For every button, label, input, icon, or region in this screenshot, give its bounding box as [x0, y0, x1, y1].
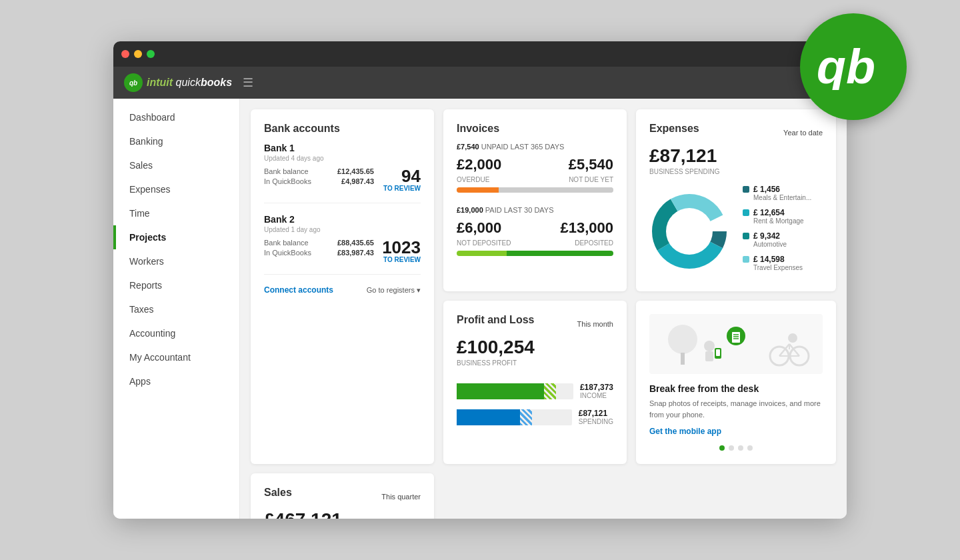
- tips-dot-4[interactable]: [747, 445, 753, 451]
- sidebar-item-time[interactable]: Time: [113, 201, 239, 225]
- pnl-header: Profit and Loss This month: [457, 314, 613, 334]
- tips-cta-link[interactable]: Get the mobile app: [649, 427, 823, 436]
- legend-name-3: Automotive: [753, 241, 787, 248]
- connect-accounts-link[interactable]: Connect accounts: [264, 285, 333, 295]
- pnl-income-values: £187,373 INCOME: [580, 383, 613, 399]
- pnl-income-amount: £187,373: [580, 383, 613, 392]
- notdue-amount: £5,540: [569, 156, 613, 173]
- invoices-title: Invoices: [457, 123, 613, 135]
- bank1-review-label[interactable]: TO REVIEW: [374, 185, 421, 192]
- pnl-sublabel: BUSINESS PROFIT: [457, 359, 613, 367]
- bank1-balance: £12,435.65: [337, 167, 374, 175]
- svg-point-23: [704, 341, 715, 351]
- tips-dot-1[interactable]: [719, 445, 725, 451]
- legend-name-1: Meals & Entertain...: [753, 194, 811, 201]
- bank2-bal-row2: In QuickBooks £83,987.43: [264, 249, 374, 257]
- sidebar-item-projects[interactable]: Projects: [113, 225, 239, 249]
- svg-point-38: [788, 333, 797, 343]
- pnl-income-bar: [457, 383, 544, 399]
- pnl-income-label: INCOME: [580, 392, 613, 399]
- sidebar-item-workers[interactable]: Workers: [113, 249, 239, 273]
- legend-item-2: £ 12,654 Rent & Mortgage: [743, 208, 823, 225]
- pnl-spending-bar: [457, 409, 520, 425]
- close-button[interactable]: [121, 50, 129, 58]
- paid-bar: [457, 251, 613, 256]
- deposited-amount: £13,000: [560, 219, 613, 237]
- bank1-bal-left: Bank balance £12,435.65 In QuickBooks £4…: [264, 167, 374, 187]
- sales-period[interactable]: This quarter: [381, 493, 421, 501]
- main-layout: Dashboard Banking Sales Expenses Time Pr…: [113, 99, 847, 519]
- sidebar-item-taxes[interactable]: Taxes: [113, 297, 239, 321]
- sidebar-item-sales[interactable]: Sales: [113, 153, 239, 177]
- legend-amount-2: £ 12,654: [753, 208, 804, 217]
- notdeposited-label: NOT DEPOSITED: [457, 239, 511, 247]
- unpaid-text: UNPAID: [481, 143, 509, 151]
- bank-accounts-card: Bank accounts Bank 1 Updated 4 days ago …: [251, 109, 434, 464]
- invoices-paid-label: £19,000 PAID LAST 30 DAYS: [457, 206, 613, 214]
- expenses-sublabel: BUSINESS SPENDING: [649, 168, 823, 175]
- notdeposited-amount: £6,000: [457, 219, 501, 237]
- bank2-review-label[interactable]: TO REVIEW: [374, 256, 421, 263]
- svg-rect-24: [705, 351, 713, 361]
- sidebar: Dashboard Banking Sales Expenses Time Pr…: [113, 99, 240, 519]
- qb-logo[interactable]: qb intuit quickbooks: [124, 73, 232, 92]
- bank2-review[interactable]: 1023 TO REVIEW: [374, 239, 421, 263]
- sidebar-item-expenses[interactable]: Expenses: [113, 177, 239, 201]
- pnl-spending-amount: £87,121: [579, 409, 613, 418]
- sales-card: Sales This quarter £467,121 THIS QUARTER: [251, 473, 434, 519]
- maximize-button[interactable]: [147, 50, 155, 58]
- window-controls: [121, 50, 155, 58]
- bank2-name: Bank 2: [264, 214, 421, 225]
- tips-card: Break free from the desk Snap photos of …: [636, 301, 836, 464]
- tips-dot-3[interactable]: [738, 445, 743, 451]
- dashboard-grid: Invoices £7,540 UNPAID LAST 365 DAYS £2,…: [251, 109, 836, 519]
- sidebar-item-banking[interactable]: Banking: [113, 129, 239, 153]
- bank2-balances: Bank balance £88,435.65 In QuickBooks £8…: [264, 239, 421, 263]
- bank1-inqb-label: In QuickBooks: [264, 177, 311, 185]
- legend-item-3: £ 9,342 Automotive: [743, 231, 823, 248]
- hamburger-menu[interactable]: ☰: [243, 75, 253, 90]
- sidebar-item-accounting[interactable]: Accounting: [113, 321, 239, 345]
- bank-account-1: Bank 1 Updated 4 days ago Bank balance £…: [264, 143, 421, 203]
- sidebar-item-reports[interactable]: Reports: [113, 273, 239, 297]
- bank1-inqb: £4,987.43: [341, 177, 374, 185]
- minimize-button[interactable]: [134, 50, 142, 58]
- sidebar-item-apps[interactable]: Apps: [113, 369, 239, 393]
- topbar: qb intuit quickbooks ☰ +: [113, 67, 847, 99]
- invoices-labels: OVERDUE NOT DUE YET: [457, 176, 613, 183]
- overdue-label: OVERDUE: [457, 176, 489, 183]
- sales-header: Sales This quarter: [264, 487, 421, 507]
- pnl-spending-hatch: [520, 409, 532, 425]
- expenses-period[interactable]: Year to date: [783, 129, 823, 137]
- pnl-spending-values: £87,121 SPENDING: [579, 409, 613, 425]
- bank2-inqb: £83,987.43: [337, 249, 374, 257]
- bank1-balance-label: Bank balance: [264, 167, 309, 175]
- deposited-bar: [507, 251, 613, 256]
- pnl-spending-track: [457, 409, 572, 425]
- bank1-updated: Updated 4 days ago: [264, 155, 421, 162]
- expenses-donut: [649, 191, 729, 271]
- content-area: Invoices £7,540 UNPAID LAST 365 DAYS £2,…: [240, 99, 847, 519]
- legend-dot-1: [743, 186, 749, 193]
- tips-dot-2[interactable]: [729, 445, 734, 451]
- sidebar-item-dashboard[interactable]: Dashboard: [113, 105, 239, 129]
- pnl-period[interactable]: This month: [577, 320, 613, 328]
- expenses-card: Expenses Year to date £87,121 BUSINESS S…: [636, 109, 836, 291]
- pnl-income-hatch: [544, 383, 556, 399]
- svg-point-6: [666, 208, 713, 255]
- pnl-bars: £187,373 INCOME £87,121: [457, 383, 613, 425]
- bank2-bal-row1: Bank balance £88,435.65: [264, 239, 374, 247]
- bank1-bal-row1: Bank balance £12,435.65: [264, 167, 374, 175]
- legend-amount-1: £ 1,456: [753, 185, 811, 194]
- expenses-body: £ 1,456 Meals & Entertain... £ 12,654 Re…: [649, 185, 823, 278]
- expenses-title: Expenses: [649, 123, 699, 135]
- notdue-bar: [499, 187, 613, 193]
- qb-brand-overlay: qb: [800, 13, 907, 120]
- go-registers-link[interactable]: Go to registers ▾: [367, 286, 421, 295]
- bank1-review-count: 94: [374, 167, 421, 185]
- qb-logo-icon: qb: [124, 73, 143, 92]
- sidebar-item-my-accountant[interactable]: My Accountant: [113, 345, 239, 369]
- bank2-updated: Updated 1 day ago: [264, 226, 421, 233]
- expenses-header: Expenses Year to date: [649, 123, 823, 143]
- bank1-review[interactable]: 94 TO REVIEW: [374, 167, 421, 192]
